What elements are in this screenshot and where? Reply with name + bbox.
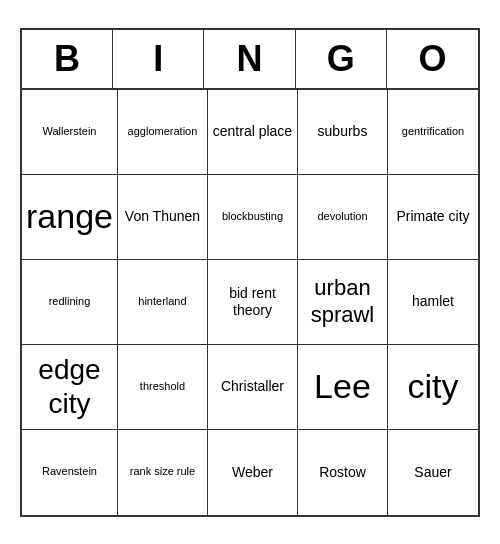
header-letter: I [113, 30, 204, 88]
cell-label: blockbusting [222, 210, 283, 223]
bingo-cell[interactable]: devolution [298, 175, 388, 260]
bingo-cell[interactable]: edge city [22, 345, 118, 430]
header-letter: B [22, 30, 113, 88]
cell-label: central place [213, 123, 292, 140]
cell-label: Ravenstein [42, 465, 97, 478]
bingo-cell[interactable]: range [22, 175, 118, 260]
bingo-cell[interactable]: hamlet [388, 260, 478, 345]
cell-label: Rostow [319, 464, 366, 481]
bingo-cell[interactable]: Lee [298, 345, 388, 430]
cell-label: Christaller [221, 378, 284, 395]
bingo-cell[interactable]: Weber [208, 430, 298, 515]
cell-label: threshold [140, 380, 185, 393]
bingo-card: BINGO Wallersteinagglomerationcentral pl… [20, 28, 480, 517]
cell-label: hinterland [138, 295, 186, 308]
bingo-cell[interactable]: threshold [118, 345, 208, 430]
header-letter: O [387, 30, 478, 88]
bingo-cell[interactable]: suburbs [298, 90, 388, 175]
bingo-cell[interactable]: central place [208, 90, 298, 175]
header-letter: N [204, 30, 295, 88]
cell-label: gentrification [402, 125, 464, 138]
cell-label: Von Thunen [125, 208, 200, 225]
bingo-cell[interactable]: Von Thunen [118, 175, 208, 260]
bingo-cell[interactable]: agglomeration [118, 90, 208, 175]
bingo-cell[interactable]: hinterland [118, 260, 208, 345]
bingo-cell[interactable]: Christaller [208, 345, 298, 430]
cell-label: agglomeration [128, 125, 198, 138]
header-letter: G [296, 30, 387, 88]
bingo-cell[interactable]: city [388, 345, 478, 430]
bingo-cell[interactable]: Sauer [388, 430, 478, 515]
bingo-cell[interactable]: blockbusting [208, 175, 298, 260]
cell-label: suburbs [318, 123, 368, 140]
bingo-grid: Wallersteinagglomerationcentral placesub… [22, 90, 478, 515]
bingo-cell[interactable]: Wallerstein [22, 90, 118, 175]
cell-label: edge city [26, 353, 113, 420]
bingo-cell[interactable]: redlining [22, 260, 118, 345]
cell-label: urban sprawl [302, 275, 383, 328]
bingo-header: BINGO [22, 30, 478, 90]
cell-label: city [407, 366, 458, 407]
cell-label: Primate city [396, 208, 469, 225]
bingo-cell[interactable]: Ravenstein [22, 430, 118, 515]
cell-label: range [26, 196, 113, 237]
bingo-cell[interactable]: Primate city [388, 175, 478, 260]
cell-label: Wallerstein [42, 125, 96, 138]
bingo-cell[interactable]: urban sprawl [298, 260, 388, 345]
cell-label: Weber [232, 464, 273, 481]
bingo-cell[interactable]: gentrification [388, 90, 478, 175]
cell-label: Lee [314, 366, 371, 407]
cell-label: bid rent theory [212, 285, 293, 319]
cell-label: Sauer [414, 464, 451, 481]
cell-label: hamlet [412, 293, 454, 310]
cell-label: devolution [317, 210, 367, 223]
bingo-cell[interactable]: rank size rule [118, 430, 208, 515]
cell-label: rank size rule [130, 465, 195, 478]
bingo-cell[interactable]: Rostow [298, 430, 388, 515]
bingo-cell[interactable]: bid rent theory [208, 260, 298, 345]
cell-label: redlining [49, 295, 91, 308]
